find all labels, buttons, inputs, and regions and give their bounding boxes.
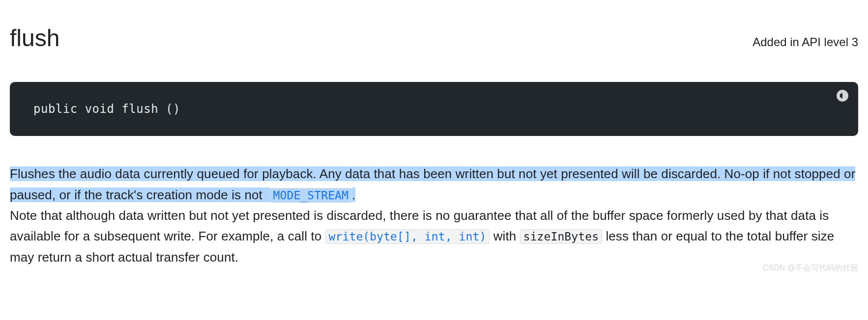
api-level-badge: Added in API level 3 [752, 33, 858, 52]
method-header: flush Added in API level 3 [10, 20, 858, 57]
description-sentence-1-end: . [352, 187, 355, 202]
method-title: flush [10, 20, 59, 57]
write-method-link[interactable]: write(byte[], int, int) [325, 229, 490, 244]
description-sentence-2-mid: with [490, 229, 520, 243]
method-description: Flushes the audio data currently queued … [10, 163, 858, 267]
theme-toggle-icon[interactable] [836, 89, 849, 103]
watermark: CSDN @不会写代码的丝丽 [763, 262, 858, 274]
mode-stream-link[interactable]: MODE_STREAM [270, 188, 352, 203]
size-in-bytes-code: sizeInBytes [520, 229, 602, 244]
description-sentence-1: Flushes the audio data currently queued … [10, 166, 855, 202]
code-signature: public void flush () [33, 102, 180, 116]
code-signature-block: public void flush () [10, 82, 858, 136]
